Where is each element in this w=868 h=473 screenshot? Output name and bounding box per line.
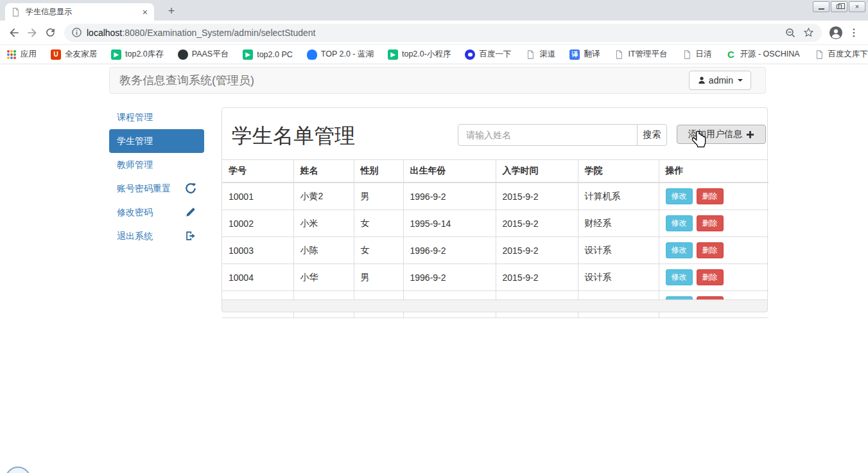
- search-button[interactable]: 搜索: [637, 124, 667, 146]
- tab-favicon-page-icon: [10, 7, 21, 17]
- column-header: 出生年份: [403, 160, 496, 183]
- bookmark-label: 渠道: [539, 49, 555, 60]
- sidebar-item-label: 学生管理: [117, 136, 153, 146]
- browser-tab[interactable]: 学生信息显示 ×: [5, 3, 154, 21]
- profile-avatar[interactable]: [827, 24, 845, 42]
- minimize-icon: [819, 8, 824, 10]
- delete-button[interactable]: 删除: [697, 188, 724, 204]
- table-cell: 小黄2: [293, 183, 354, 210]
- sign-out-icon: [185, 230, 196, 242]
- bookmark-label: 日清: [696, 49, 712, 60]
- pencil-icon: [185, 206, 196, 218]
- bookmark-item[interactable]: 日清: [682, 49, 712, 60]
- column-header: 学号: [222, 160, 293, 183]
- delete-button[interactable]: 删除: [697, 242, 724, 258]
- browser-toolbar: localhost:8080/Examination_System/admin/…: [0, 21, 868, 44]
- zoom-indicator-icon[interactable]: [785, 28, 795, 38]
- edit-button[interactable]: 修改: [666, 242, 693, 258]
- baidu-paw-icon: [465, 49, 475, 60]
- bookmark-label: top2.0 PC: [257, 50, 293, 59]
- delete-button[interactable]: 删除: [697, 269, 724, 285]
- window-close-button[interactable]: ×: [849, 1, 865, 12]
- table-cell: 设计系: [578, 237, 659, 264]
- bookmark-item[interactable]: 百度文库下载: [814, 49, 868, 60]
- tab-close-icon[interactable]: ×: [141, 7, 149, 17]
- back-button[interactable]: [5, 24, 23, 42]
- sidebar-item-账号密码重置[interactable]: 账号密码重置: [109, 177, 204, 201]
- table-cell: 10002: [222, 210, 293, 237]
- table-cell: 1995-9-14: [403, 210, 496, 237]
- refresh-button[interactable]: [41, 24, 59, 42]
- bookmark-item[interactable]: 应用: [6, 49, 37, 60]
- table-cell: 2015-9-2: [496, 237, 578, 264]
- bookmark-item[interactable]: PAAS平台: [178, 49, 229, 60]
- bookmark-item[interactable]: TOP 2.0 - 蓝湖: [307, 49, 374, 60]
- bookmark-label: top2.0-小程序: [402, 49, 451, 60]
- bookmark-star-icon[interactable]: [803, 27, 814, 38]
- sidebar-item-课程管理[interactable]: 课程管理: [109, 105, 204, 129]
- page-icon: [682, 49, 692, 60]
- restore-icon: [837, 4, 842, 9]
- bookmark-item[interactable]: 译翻译: [569, 49, 600, 60]
- bookmark-item[interactable]: ▶top2.0-小程序: [388, 49, 451, 60]
- url-path: :8080/Examination_System/admin/selectStu…: [122, 28, 315, 38]
- bookmark-item[interactable]: IT管理平台: [614, 49, 667, 60]
- sidebar-item-退出系统[interactable]: 退出系统: [109, 224, 204, 248]
- url-bar[interactable]: localhost:8080/Examination_System/admin/…: [64, 24, 822, 42]
- sidebar-item-修改密码[interactable]: 修改密码: [109, 201, 204, 224]
- bookmark-item[interactable]: U全友家居: [51, 49, 97, 60]
- add-user-button[interactable]: 添加用户信息: [677, 125, 766, 144]
- edit-button[interactable]: 修改: [666, 269, 693, 285]
- table-cell: 设计系: [578, 264, 659, 291]
- tab-title: 学生信息显示: [26, 6, 141, 17]
- sidebar-item-label: 修改密码: [117, 207, 153, 217]
- search-input[interactable]: [458, 124, 638, 146]
- sidebar-item-教师管理[interactable]: 教师管理: [109, 153, 204, 177]
- dark-circle-icon: [178, 49, 188, 60]
- bookmark-label: TOP 2.0 - 蓝湖: [321, 49, 374, 60]
- bookmark-item[interactable]: ▶top2.0 PC: [243, 49, 293, 60]
- column-header: 姓名: [293, 160, 354, 183]
- table-cell: 女: [354, 210, 403, 237]
- bookmark-label: 全友家居: [65, 49, 97, 60]
- bookmark-item[interactable]: C开源 - OSCHINA: [726, 49, 800, 60]
- edit-button[interactable]: 修改: [666, 188, 693, 204]
- site-info-icon[interactable]: [72, 28, 82, 37]
- sidebar-item-学生管理[interactable]: 学生管理: [109, 129, 204, 153]
- forward-button[interactable]: [23, 24, 41, 42]
- student-panel: 学生名单管理 搜索 添加用户信息 学号姓名性别出生年份入学时间学院操作 1000…: [221, 107, 768, 312]
- new-tab-button[interactable]: +: [163, 4, 180, 18]
- page-icon: [614, 49, 624, 60]
- actions-cell: 修改删除: [659, 183, 768, 210]
- red-u-icon: U: [51, 49, 61, 60]
- browser-menu-icon[interactable]: [845, 24, 863, 42]
- delete-button[interactable]: 删除: [697, 215, 724, 231]
- table-cell: 计算机系: [578, 183, 659, 210]
- floating-widget-circle[interactable]: [5, 467, 31, 473]
- browser-window: 学生信息显示 × + × localhost:8080/Examination_…: [0, 0, 868, 473]
- app-navbar: 教务信息查询系统(管理员) admin: [109, 67, 766, 94]
- tab-strip: 学生信息显示 × + ×: [0, 0, 868, 21]
- column-header: 学院: [578, 160, 659, 183]
- page-title: 学生名单管理: [232, 122, 355, 150]
- table-cell: 财经系: [578, 210, 659, 237]
- app-brand-title: 教务信息查询系统(管理员): [110, 67, 765, 93]
- edit-button[interactable]: 修改: [666, 215, 693, 231]
- table-row: 10001小黄2男1996-9-22015-9-2计算机系修改删除: [222, 183, 768, 210]
- window-restore-button[interactable]: [831, 1, 847, 12]
- bookmark-item[interactable]: 百度一下: [465, 49, 511, 60]
- bookmark-item[interactable]: 渠道: [525, 49, 555, 60]
- table-cell: 1996-9-2: [403, 183, 496, 210]
- table-cell: 10003: [222, 237, 293, 264]
- window-minimize-button[interactable]: [813, 1, 829, 12]
- green-play-icon: ▶: [388, 49, 398, 60]
- table-row: 10003小陈女1996-9-22015-9-2设计系修改删除: [222, 237, 768, 264]
- green-play-icon: ▶: [243, 49, 253, 60]
- actions-cell: 修改删除: [659, 237, 768, 264]
- table-cell: 2015-9-2: [496, 264, 578, 291]
- bookmarks-bar: 应用U全友家居▶top2.0库存PAAS平台▶top2.0 PCTOP 2.0 …: [0, 44, 868, 64]
- bookmark-item[interactable]: ▶top2.0库存: [111, 49, 164, 60]
- bookmark-label: 应用: [21, 49, 37, 60]
- admin-dropdown-button[interactable]: admin: [689, 71, 751, 90]
- add-user-label: 添加用户信息: [688, 129, 742, 140]
